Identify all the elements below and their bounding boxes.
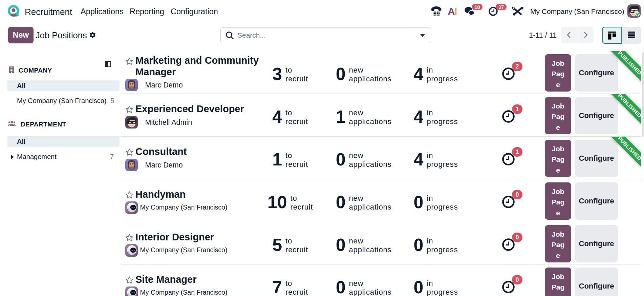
svg-text:A: A [448, 7, 455, 16]
svg-text:I: I [454, 7, 457, 16]
